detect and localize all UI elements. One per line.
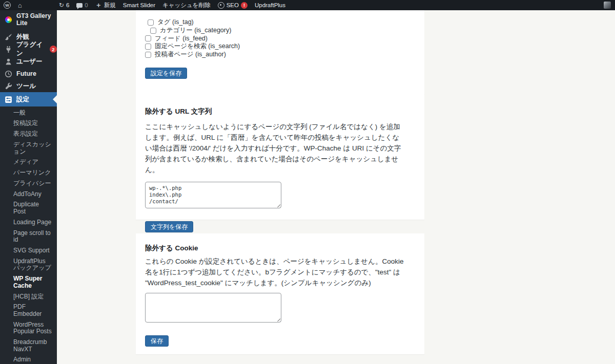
settings-submenu-item[interactable]: 表示設定 bbox=[0, 129, 57, 140]
card-description: これらの Cookie が設定されているときは、ページをキャッシュしません。Co… bbox=[145, 256, 404, 288]
settings-submenu-item[interactable]: WP Super Cache bbox=[0, 274, 57, 291]
save-settings-button[interactable]: 設定を保存 bbox=[145, 68, 187, 79]
seo-notification-badge: ! bbox=[241, 2, 248, 9]
visit-site-button[interactable]: ⌂ bbox=[14, 0, 26, 10]
settings-submenu-item[interactable]: AddToAny bbox=[0, 189, 57, 200]
seo-label: SEO bbox=[227, 2, 239, 8]
filter-checkbox-row[interactable]: フィード (is_feed) bbox=[145, 34, 424, 42]
settings-submenu-item[interactable]: [HCB] 設定 bbox=[0, 291, 57, 302]
settings-submenu-item[interactable]: 投稿設定 bbox=[0, 118, 57, 129]
paintbrush-icon bbox=[4, 33, 12, 41]
settings-submenu-item[interactable]: Page scroll to id bbox=[0, 228, 57, 245]
user-icon bbox=[4, 57, 12, 66]
settings-submenu-item[interactable]: 一般 bbox=[0, 108, 57, 118]
wrench-icon bbox=[4, 82, 12, 90]
home-icon: ⌂ bbox=[18, 2, 22, 9]
delete-cache-button[interactable]: キャッシュを削除 bbox=[159, 0, 214, 10]
settings-submenu-item[interactable]: パーマリンク bbox=[0, 168, 57, 179]
submenu-item-label: [HCB] 設定 bbox=[13, 293, 44, 300]
wordpress-logo-icon: W bbox=[4, 2, 11, 9]
sidebar-item-label: Future bbox=[16, 70, 36, 77]
settings-submenu-item[interactable]: プライバシー bbox=[0, 178, 57, 189]
filter-checkbox-row[interactable]: カテゴリー (is_category) bbox=[150, 27, 424, 35]
submenu-item-label: Breadcrumb NavXT bbox=[13, 338, 47, 353]
submenu-item-label: SVG Support bbox=[13, 247, 50, 254]
save-strings-button[interactable]: 文字列を保存 bbox=[145, 221, 193, 232]
settings-submenu-item[interactable]: UpdraftPlus バックアップ bbox=[0, 256, 57, 273]
new-label: 新規 bbox=[104, 2, 116, 9]
seo-menu[interactable]: SEO ! bbox=[214, 0, 251, 10]
submenu-item-label: Loading Page bbox=[13, 219, 51, 226]
save-cookies-button[interactable]: 保存 bbox=[145, 335, 169, 347]
clock-icon bbox=[4, 70, 12, 78]
submenu-item-label: 投稿設定 bbox=[13, 119, 38, 126]
sidebar-item-label: ツール bbox=[16, 82, 36, 91]
updraftplus-label: UpdraftPlus bbox=[255, 2, 285, 8]
checkbox-unchecked[interactable] bbox=[145, 52, 151, 58]
sidebar-item-label: GT3 Gallery Lite bbox=[16, 12, 57, 27]
sidebar-item-tools[interactable]: ツール bbox=[0, 80, 57, 92]
settings-submenu: 一般 投稿設定 表示設定 ディスカッション メディア bbox=[0, 108, 57, 364]
submenu-item-label: 一般 bbox=[13, 109, 26, 116]
submenu-item-label: AddToAny bbox=[13, 190, 42, 198]
settings-submenu-item[interactable]: Duplicate Post bbox=[0, 200, 57, 217]
updates-button[interactable]: ↻ 6 bbox=[55, 0, 73, 10]
plugin-update-badge: 2 bbox=[50, 46, 57, 53]
submenu-item-label: Duplicate Post bbox=[13, 201, 39, 215]
new-content-button[interactable]: ＋ 新規 bbox=[92, 0, 119, 10]
checkbox-unchecked[interactable] bbox=[145, 44, 151, 50]
smart-slider-label: Smart Slider bbox=[123, 2, 155, 8]
filter-checkbox-row[interactable]: 投稿者ページ (is_author) bbox=[145, 51, 424, 59]
sidebar-item-plugins[interactable]: プラグイン 2 bbox=[0, 43, 57, 55]
submenu-item-label: パーマリンク bbox=[13, 169, 51, 176]
submenu-item-label: メディア bbox=[13, 158, 38, 165]
checkbox-label: フィード (is_feed) bbox=[155, 34, 208, 43]
user-avatar[interactable] bbox=[604, 2, 611, 9]
submenu-item-label: ディスカッション bbox=[13, 141, 51, 155]
smart-slider-menu[interactable]: Smart Slider bbox=[119, 0, 159, 10]
sidebar-item-future[interactable]: Future bbox=[0, 68, 57, 80]
excluded-url-strings-card: 除外する URL 文字列 ここにキャッシュしないようにするページの文字列 (ファ… bbox=[136, 94, 424, 220]
submenu-item-label: WordPress Popular Posts bbox=[13, 321, 52, 335]
checkbox-unchecked[interactable] bbox=[148, 19, 154, 26]
plug-icon bbox=[4, 45, 12, 53]
comments-button[interactable]: 0 bbox=[73, 0, 91, 10]
card-title: 除外する URL 文字列 bbox=[145, 107, 415, 116]
card-title: 除外する Cookie bbox=[145, 244, 415, 253]
comments-icon bbox=[76, 3, 83, 8]
gt3-gallery-icon bbox=[4, 15, 12, 24]
updates-icon: ↻ bbox=[59, 2, 64, 9]
filter-checkbox-row[interactable]: 固定ページを検索 (is_search) bbox=[145, 42, 424, 51]
seo-gauge-icon bbox=[218, 2, 224, 9]
filter-checkbox-list: タグ (is_tag) カテゴリー (is_category) フィード (is… bbox=[145, 18, 424, 58]
filter-checkbox-row[interactable]: タグ (is_tag) bbox=[148, 18, 424, 27]
cache-filters-card: タグ (is_tag) カテゴリー (is_category) フィード (is… bbox=[136, 10, 424, 95]
settings-submenu-item[interactable]: Breadcrumb NavXT bbox=[0, 337, 57, 354]
sidebar-item-gt3-gallery[interactable]: GT3 Gallery Lite bbox=[0, 13, 57, 26]
card-description: ここにキャッシュしないようにするページの文字列 (ファイル名ではなく) を追加し… bbox=[145, 121, 404, 175]
checkbox-label: 固定ページを検索 (is_search) bbox=[155, 42, 240, 51]
excluded-cookies-textarea[interactable] bbox=[145, 293, 281, 323]
submenu-item-label: PDF Embedder bbox=[13, 303, 42, 317]
settings-submenu-item[interactable]: Admin Columns bbox=[0, 355, 57, 364]
sidebar-item-users[interactable]: ユーザー bbox=[0, 55, 57, 68]
comments-count: 0 bbox=[85, 2, 88, 8]
submenu-item-label: UpdraftPlus バックアップ bbox=[13, 258, 51, 272]
wp-logo-menu[interactable]: W bbox=[0, 0, 14, 10]
settings-submenu-item[interactable]: メディア bbox=[0, 157, 57, 168]
settings-submenu-item[interactable]: ディスカッション bbox=[0, 139, 57, 157]
excluded-url-strings-textarea[interactable]: wp-.*\.php index\.php /contact/ bbox=[145, 182, 281, 208]
settings-submenu-item[interactable]: PDF Embedder bbox=[0, 302, 57, 319]
settings-icon bbox=[4, 95, 12, 103]
checkbox-unchecked[interactable] bbox=[145, 35, 151, 41]
sidebar-item-label: ユーザー bbox=[16, 57, 43, 66]
settings-submenu-item[interactable]: SVG Support bbox=[0, 245, 57, 256]
sidebar-item-settings[interactable]: 設定 bbox=[0, 92, 57, 106]
settings-submenu-item[interactable]: Loading Page bbox=[0, 217, 57, 228]
updates-count: 6 bbox=[66, 2, 69, 8]
updraftplus-menu[interactable]: UpdraftPlus bbox=[251, 0, 289, 10]
checkbox-unchecked[interactable] bbox=[150, 28, 156, 34]
submenu-item-label: Page scroll to id bbox=[13, 229, 51, 244]
settings-submenu-item[interactable]: WordPress Popular Posts bbox=[0, 319, 57, 337]
checkbox-label: カテゴリー (is_category) bbox=[160, 26, 231, 35]
